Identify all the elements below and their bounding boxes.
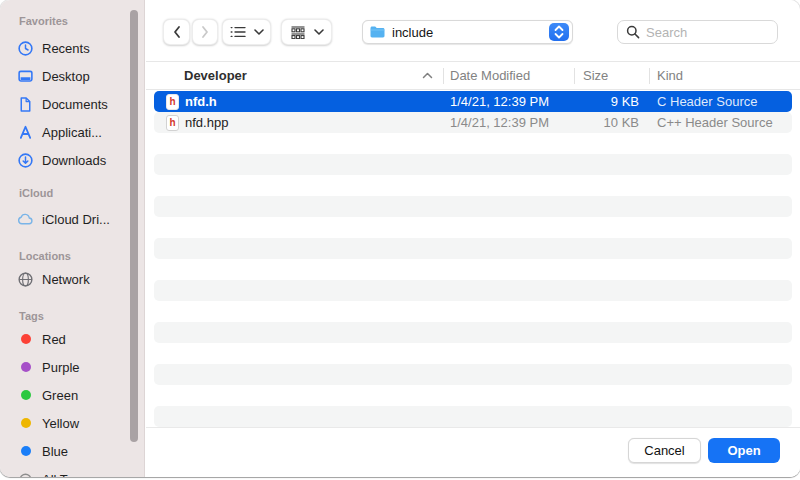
sidebar-item-label: Network: [42, 272, 90, 287]
sidebar-item-tag-purple[interactable]: Purple: [0, 353, 144, 381]
sidebar-item-label: All Tags: [42, 472, 87, 478]
h-file-icon: h: [166, 94, 179, 110]
sidebar-item-tag-red[interactable]: Red: [0, 325, 144, 353]
file-date-modified: 1/4/21, 12:39 PM: [443, 115, 574, 130]
empty-row: [154, 406, 792, 427]
chevron-down-icon: [314, 29, 324, 35]
column-header-name[interactable]: Developer: [146, 68, 443, 83]
file-name: nfd.hpp: [185, 115, 228, 130]
empty-row: [154, 133, 792, 154]
document-icon: [17, 96, 34, 113]
column-header-row: Developer Date Modified Size Kind: [146, 62, 800, 90]
chevron-right-icon: [200, 25, 210, 39]
empty-row: [154, 175, 792, 196]
tag-dot-red: [17, 331, 34, 348]
empty-row: [154, 217, 792, 238]
all-tags-icon: [17, 471, 34, 478]
column-divider: [649, 68, 650, 84]
sidebar-item-downloads[interactable]: Downloads: [0, 146, 144, 174]
sidebar-item-label: Blue: [42, 444, 68, 459]
search-input[interactable]: [646, 25, 769, 40]
empty-row: [154, 154, 792, 175]
cancel-button[interactable]: Cancel: [628, 438, 701, 463]
chevron-left-icon: [172, 25, 182, 39]
forward-button[interactable]: [192, 19, 218, 45]
column-divider: [574, 68, 575, 84]
empty-row: [154, 196, 792, 217]
tag-dot-green: [17, 387, 34, 404]
open-file-dialog: Favorites Recents Desktop Documents: [0, 0, 800, 477]
download-circle-icon: [17, 152, 34, 169]
chevron-up-icon: [422, 72, 433, 79]
sidebar: Favorites Recents Desktop Documents: [0, 0, 145, 477]
sidebar-item-label: iCloud Dri...: [42, 212, 110, 227]
sidebar-section-tags-label: Tags: [19, 309, 144, 323]
empty-row: [154, 343, 792, 364]
app-store-icon: [17, 124, 34, 141]
sidebar-item-tag-green[interactable]: Green: [0, 381, 144, 409]
sidebar-item-tag-blue[interactable]: Blue: [0, 437, 144, 465]
column-header-date-modified[interactable]: Date Modified: [443, 68, 574, 83]
sidebar-item-all-tags[interactable]: All Tags: [0, 465, 144, 477]
sidebar-item-label: Desktop: [42, 69, 90, 84]
tag-dot-blue: [17, 443, 34, 460]
sidebar-item-network[interactable]: Network: [0, 265, 144, 293]
file-list: h nfd.h 1/4/21, 12:39 PM 9 KB C Header S…: [146, 91, 800, 427]
sidebar-section-favorites-label: Favorites: [19, 14, 144, 28]
sidebar-section-locations-label: Locations: [19, 249, 144, 263]
folder-icon: [369, 25, 386, 39]
sidebar-item-label: Documents: [42, 97, 108, 112]
file-date-modified: 1/4/21, 12:39 PM: [443, 94, 574, 109]
sidebar-item-icloud-drive[interactable]: iCloud Dri...: [0, 205, 144, 233]
grid-view-icon: [290, 26, 306, 39]
back-button[interactable]: [163, 19, 190, 45]
column-divider: [443, 68, 444, 84]
column-header-kind[interactable]: Kind: [649, 68, 800, 83]
toolbar: include: [146, 0, 800, 62]
file-size: 10 KB: [574, 115, 649, 130]
open-button[interactable]: Open: [708, 438, 780, 463]
sidebar-item-tag-yellow[interactable]: Yellow: [0, 409, 144, 437]
column-header-label: Developer: [184, 68, 247, 83]
file-row-nfd-h[interactable]: h nfd.h 1/4/21, 12:39 PM 9 KB C Header S…: [154, 91, 792, 112]
sidebar-scrollbar[interactable]: [130, 10, 138, 442]
dialog-footer: Cancel Open: [146, 427, 800, 477]
up-down-chevrons-icon: [549, 23, 569, 41]
search-field: [617, 20, 778, 44]
column-header-size[interactable]: Size: [574, 68, 649, 83]
location-dropdown[interactable]: include: [362, 20, 573, 44]
tag-dot-yellow: [17, 415, 34, 432]
sidebar-item-label: Recents: [42, 41, 90, 56]
sidebar-item-label: Downloads: [42, 153, 106, 168]
clock-icon: [17, 40, 34, 57]
sidebar-item-applications[interactable]: Applicati...: [0, 118, 144, 146]
empty-row: [154, 322, 792, 343]
sidebar-section-icloud-label: iCloud: [19, 186, 144, 200]
file-size: 9 KB: [574, 94, 649, 109]
sidebar-item-desktop[interactable]: Desktop: [0, 62, 144, 90]
cloud-icon: [17, 211, 34, 228]
chevron-down-icon: [254, 29, 264, 35]
sidebar-item-documents[interactable]: Documents: [0, 90, 144, 118]
h-file-icon: h: [166, 115, 179, 131]
globe-icon: [17, 271, 34, 288]
file-row-nfd-hpp[interactable]: h nfd.hpp 1/4/21, 12:39 PM 10 KB C++ Hea…: [154, 112, 792, 133]
sidebar-item-label: Purple: [42, 360, 80, 375]
list-view-button[interactable]: [222, 19, 271, 45]
sidebar-item-recents[interactable]: Recents: [0, 34, 144, 62]
file-kind: C Header Source: [649, 94, 792, 109]
dialog-content: include Developer: [146, 0, 800, 477]
desktop-icon: [17, 68, 34, 85]
sidebar-item-label: Red: [42, 332, 66, 347]
empty-row: [154, 280, 792, 301]
grid-view-button[interactable]: [281, 19, 332, 45]
list-view-icon: [230, 26, 246, 38]
sidebar-item-label: Yellow: [42, 416, 79, 431]
tag-dot-purple: [17, 359, 34, 376]
sidebar-item-label: Applicati...: [42, 125, 102, 140]
empty-row: [154, 385, 792, 406]
location-dropdown-value: include: [392, 25, 433, 40]
empty-row: [154, 238, 792, 259]
empty-row: [154, 364, 792, 385]
empty-row: [154, 301, 792, 322]
